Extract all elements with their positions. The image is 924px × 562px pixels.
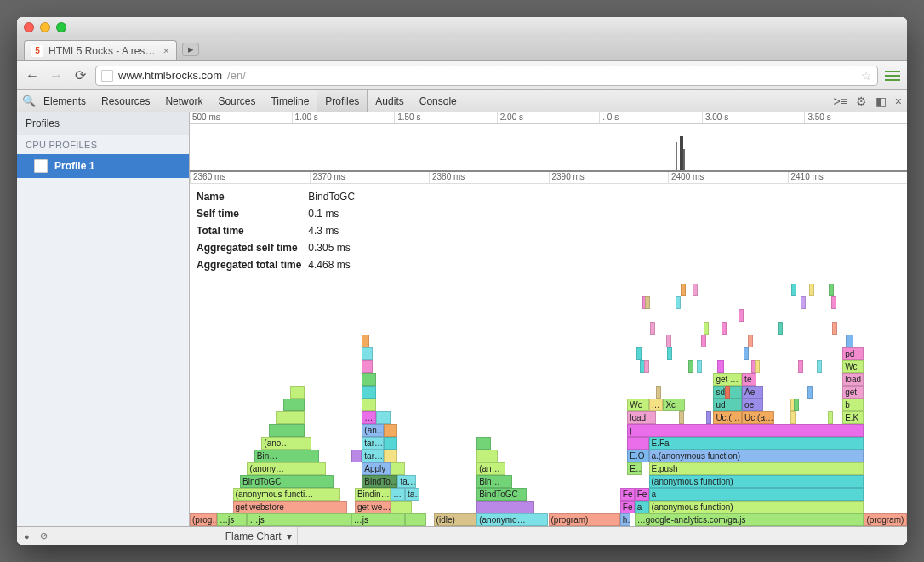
flame-bar[interactable]: [283, 399, 305, 411]
flame-bar[interactable]: Bin…: [254, 450, 319, 462]
flame-bar[interactable]: E.Fa: [649, 437, 864, 450]
flame-bar[interactable]: E.push: [649, 462, 864, 475]
flame-bar[interactable]: Uc.(…: [713, 411, 742, 424]
flame-bar[interactable]: [351, 450, 362, 462]
minimize-icon[interactable]: [40, 22, 50, 32]
view-selector[interactable]: Flame Chart ▾: [220, 527, 298, 545]
flame-bar[interactable]: (program): [549, 513, 620, 526]
flame-bar[interactable]: [290, 386, 305, 399]
browser-tab[interactable]: 5 HTML5 Rocks - A resource ×: [24, 40, 177, 60]
tab-elements[interactable]: Elements: [36, 90, 94, 112]
flame-bar[interactable]: Xc: [663, 399, 684, 411]
flame-bar[interactable]: E.O: [627, 450, 648, 462]
flame-bar[interactable]: load: [627, 411, 656, 424]
overview-timeline[interactable]: 500 ms1.00 s1.50 s2.00 s. 0 s3.00 s3.50 …: [190, 112, 907, 172]
flame-bar[interactable]: [405, 513, 426, 526]
flame-bar[interactable]: (anonymous function): [649, 475, 864, 488]
flame-bar[interactable]: [476, 437, 491, 450]
flame-bar[interactable]: [362, 347, 373, 360]
flame-bar[interactable]: (program): [864, 513, 907, 526]
console-toggle-icon[interactable]: >≡: [833, 95, 847, 108]
bookmark-icon[interactable]: ☆: [861, 69, 872, 83]
tab-close-icon[interactable]: ×: [163, 44, 169, 57]
flame-bar[interactable]: h…: [620, 513, 631, 526]
reload-button[interactable]: ⟳: [71, 67, 88, 84]
flame-bar[interactable]: BindTo…: [362, 475, 397, 488]
flame-bar[interactable]: b: [842, 399, 864, 411]
record-icon[interactable]: ●: [24, 531, 30, 542]
flame-bar[interactable]: [391, 501, 412, 513]
flame-bar[interactable]: ta…: [405, 488, 419, 501]
flame-bar[interactable]: (an…: [476, 462, 505, 475]
flame-bar[interactable]: …js: [351, 513, 405, 526]
tab-audits[interactable]: Audits: [368, 90, 411, 112]
close-devtools-icon[interactable]: ×: [895, 95, 902, 108]
forward-button[interactable]: →: [48, 67, 65, 84]
flame-bar[interactable]: (an…: [362, 424, 383, 437]
flame-bar[interactable]: [846, 335, 853, 347]
flame-bar[interactable]: [717, 360, 724, 373]
flame-bar[interactable]: Bindin…: [355, 488, 391, 501]
sidebar-item-profile1[interactable]: Profile 1: [17, 154, 189, 178]
tab-console[interactable]: Console: [412, 90, 465, 112]
back-button[interactable]: ←: [24, 67, 41, 84]
flame-bar[interactable]: …google-analytics.com/ga.js: [635, 513, 864, 526]
close-icon[interactable]: [24, 22, 34, 32]
flame-bar[interactable]: get webstore: [233, 501, 348, 513]
flame-bar[interactable]: (ano…: [261, 437, 311, 450]
tab-network[interactable]: Network: [157, 90, 210, 112]
flame-bar[interactable]: (anony…: [247, 462, 326, 475]
flame-bar[interactable]: (idle): [434, 513, 477, 526]
flame-bar[interactable]: [269, 424, 305, 437]
search-icon[interactable]: 🔍: [22, 95, 36, 107]
flame-bar[interactable]: …: [391, 488, 405, 501]
flame-bar[interactable]: E.K: [842, 411, 864, 424]
flame-bar[interactable]: …: [649, 399, 664, 411]
clear-icon[interactable]: ⊘: [40, 530, 48, 542]
tab-timeline[interactable]: Timeline: [263, 90, 317, 112]
flame-bar[interactable]: [391, 462, 405, 475]
tab-resources[interactable]: Resources: [94, 90, 157, 112]
menu-icon[interactable]: [885, 71, 900, 81]
new-tab-button[interactable]: ▸: [182, 43, 199, 56]
flame-bar[interactable]: Wc: [627, 399, 648, 411]
tab-sources[interactable]: Sources: [210, 90, 263, 112]
flame-bar[interactable]: [384, 424, 398, 437]
flame-bar[interactable]: Ae: [742, 386, 763, 399]
flame-bar[interactable]: Fe: [635, 488, 649, 501]
flame-bar[interactable]: get we…: [355, 501, 391, 513]
flame-bar[interactable]: E…: [627, 462, 642, 475]
flame-bar[interactable]: …: [362, 411, 376, 424]
flame-bar[interactable]: a: [649, 488, 864, 501]
flame-bar[interactable]: a.(anonymous function): [649, 450, 864, 462]
flame-bar[interactable]: load: [842, 373, 864, 386]
flame-bar[interactable]: [362, 373, 376, 386]
flame-bar[interactable]: [362, 360, 373, 373]
flame-bar[interactable]: Fe: [620, 501, 635, 513]
address-bar[interactable]: www.html5rocks.com/en/ ☆: [95, 66, 878, 86]
flame-bar[interactable]: Uc.(a…: [742, 411, 774, 424]
flame-bar[interactable]: [362, 335, 368, 347]
flame-bar[interactable]: get: [842, 386, 864, 399]
flame-bar[interactable]: te: [742, 373, 756, 386]
flame-bar[interactable]: [376, 411, 391, 424]
flame-bar[interactable]: j: [627, 424, 864, 437]
flame-bar[interactable]: (anonymous functi…: [233, 488, 340, 501]
flame-bar[interactable]: [627, 437, 648, 450]
flame-bar[interactable]: [362, 399, 376, 411]
flame-bar[interactable]: tar…: [362, 450, 383, 462]
flame-bar[interactable]: BindToGC: [476, 488, 527, 501]
flame-bar[interactable]: Fe: [620, 488, 635, 501]
flame-bar[interactable]: …js: [217, 513, 247, 526]
flame-bar[interactable]: (anonymous function): [649, 501, 864, 513]
tab-profiles[interactable]: Profiles: [317, 90, 368, 112]
flame-bar[interactable]: pd: [842, 347, 864, 360]
flame-bar[interactable]: [384, 450, 398, 462]
flame-bar[interactable]: BindToGC: [240, 475, 334, 488]
flame-bar[interactable]: tar…: [362, 437, 383, 450]
flame-chart[interactable]: NameBindToGC Self time0.1 ms Total time4…: [190, 184, 907, 526]
flame-bar[interactable]: (anonymo…: [476, 513, 548, 526]
flame-bar[interactable]: Apply: [362, 462, 391, 475]
dock-icon[interactable]: ◧: [876, 95, 887, 108]
flame-bar[interactable]: (prog…: [190, 513, 217, 526]
